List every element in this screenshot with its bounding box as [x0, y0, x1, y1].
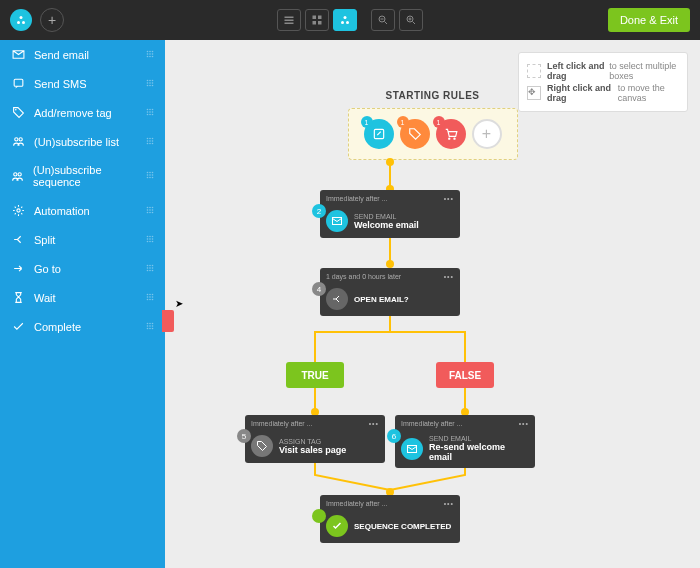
svg-point-59: [152, 142, 154, 144]
svg-point-26: [147, 55, 149, 57]
starting-rules-label: STARTING RULES: [385, 90, 479, 101]
node-header: Immediately after ...: [326, 500, 387, 507]
node-assign-tag[interactable]: 5 Immediately after ...••• ASSIGN TAGVis…: [245, 415, 385, 463]
node-type: SEND EMAIL: [354, 213, 419, 220]
svg-point-22: [152, 50, 154, 52]
sidebar-item-send-sms[interactable]: Send SMS: [0, 69, 165, 98]
split-icon: [326, 288, 348, 310]
svg-point-1: [22, 21, 25, 24]
node-condition[interactable]: 4 1 days and 0 hours later••• OPEN EMAIL…: [320, 268, 460, 316]
svg-point-88: [149, 240, 151, 242]
node-title: Visit sales page: [279, 445, 346, 455]
svg-point-56: [152, 140, 154, 142]
sidebar-item-complete[interactable]: Complete: [0, 312, 165, 341]
sms-icon: [10, 77, 26, 90]
sidebar-item-list[interactable]: (Un)subscribe list: [0, 127, 165, 156]
done-exit-button[interactable]: Done & Exit: [608, 8, 690, 32]
zoom-in-button[interactable]: [399, 9, 423, 31]
sidebar-item-automation[interactable]: Automation: [0, 196, 165, 225]
move-icon: ✥: [527, 86, 541, 100]
svg-point-38: [152, 84, 154, 86]
sidebar-item-label: Add/remove tag: [34, 107, 112, 119]
add-button[interactable]: +: [40, 8, 64, 32]
node-menu-icon[interactable]: •••: [444, 273, 454, 280]
svg-point-111: [147, 325, 149, 327]
start-rule-1[interactable]: 1: [364, 119, 394, 149]
node-type: ASSIGN TAG: [279, 438, 346, 445]
node-complete[interactable]: Immediately after ...••• SEQUENCE COMPLE…: [320, 495, 460, 543]
svg-point-47: [149, 113, 151, 115]
node-resend-email[interactable]: 6 Immediately after ...••• SEND EMAILRe-…: [395, 415, 535, 468]
condition-true[interactable]: TRUE: [286, 362, 344, 388]
svg-rect-4: [285, 20, 294, 22]
node-menu-icon[interactable]: •••: [519, 420, 529, 427]
canvas[interactable]: ➤ STARTING RULES 1 1 1 2 Immediately aft…: [165, 40, 700, 568]
svg-point-95: [152, 267, 154, 269]
svg-point-91: [149, 264, 151, 266]
grip-icon: [145, 263, 155, 275]
sidebar-item-send-email[interactable]: Send email: [0, 40, 165, 69]
view-flow-button[interactable]: [333, 9, 357, 31]
svg-point-21: [149, 50, 151, 52]
condition-false[interactable]: FALSE: [436, 362, 494, 388]
email-icon: [401, 438, 423, 460]
grip-icon: [145, 136, 155, 148]
svg-point-43: [147, 111, 149, 113]
start-rule-add[interactable]: [472, 119, 502, 149]
goto-icon: [10, 262, 26, 275]
node-header: Immediately after ...: [401, 420, 462, 427]
svg-point-51: [147, 137, 149, 139]
svg-point-106: [149, 298, 151, 300]
svg-rect-6: [313, 16, 317, 20]
grip-icon: [145, 292, 155, 304]
svg-point-94: [149, 267, 151, 269]
svg-point-23: [147, 53, 149, 55]
svg-point-119: [453, 138, 455, 140]
start-rule-3[interactable]: 1: [436, 119, 466, 149]
grip-icon: [145, 321, 155, 333]
node-number: 2: [312, 204, 326, 218]
complete-icon: [10, 320, 26, 333]
sidebar-item-wait[interactable]: Wait: [0, 283, 165, 312]
svg-point-69: [149, 177, 151, 179]
svg-point-74: [152, 206, 154, 208]
svg-point-110: [152, 322, 154, 324]
sidebar-item-tag[interactable]: Add/remove tag: [0, 98, 165, 127]
node-menu-icon[interactable]: •••: [444, 195, 454, 202]
svg-point-53: [152, 137, 154, 139]
svg-point-79: [149, 211, 151, 213]
svg-point-12: [344, 16, 347, 19]
view-grid-button[interactable]: [305, 9, 329, 31]
starting-rules-box[interactable]: 1 1 1: [348, 108, 518, 160]
node-menu-icon[interactable]: •••: [369, 420, 379, 427]
svg-point-2: [20, 16, 23, 19]
svg-rect-3: [285, 17, 294, 19]
svg-point-20: [147, 50, 149, 52]
svg-point-96: [147, 269, 149, 271]
hint-label: Right click and drag: [547, 83, 615, 103]
sequence-icon: [10, 170, 25, 183]
sidebar-item-goto[interactable]: Go to: [0, 254, 165, 283]
node-menu-icon[interactable]: •••: [444, 500, 454, 507]
svg-point-100: [149, 293, 151, 295]
tag-icon: [10, 106, 26, 119]
email-icon: [10, 48, 26, 61]
start-rule-2[interactable]: 1: [400, 119, 430, 149]
svg-point-42: [152, 108, 154, 110]
svg-point-72: [147, 206, 149, 208]
svg-point-93: [147, 267, 149, 269]
view-list-button[interactable]: [277, 9, 301, 31]
sidebar-item-split[interactable]: Split: [0, 225, 165, 254]
svg-point-109: [149, 322, 151, 324]
node-send-email[interactable]: 2 Immediately after ...••• SEND EMAILWel…: [320, 190, 460, 238]
sidebar-collapse-tab[interactable]: [162, 310, 174, 332]
zoom-out-button[interactable]: [371, 9, 395, 31]
sidebar-item-sequence[interactable]: (Un)subscribe sequence: [0, 156, 165, 196]
svg-point-108: [147, 322, 149, 324]
grip-icon: [145, 49, 155, 61]
email-icon: [326, 210, 348, 232]
svg-point-99: [147, 293, 149, 295]
sidebar-item-label: Automation: [34, 205, 90, 217]
svg-point-36: [147, 84, 149, 86]
grip-icon: [145, 107, 155, 119]
